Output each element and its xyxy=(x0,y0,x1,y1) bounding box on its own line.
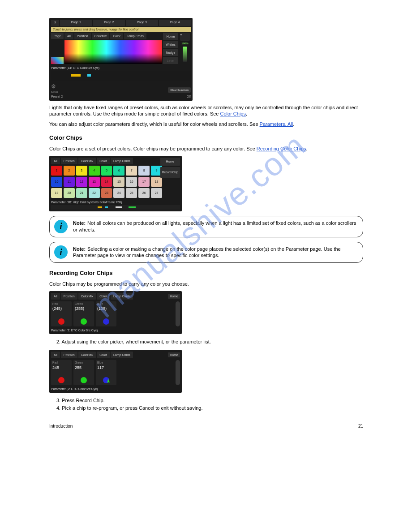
color-dot xyxy=(81,318,87,325)
tab-position[interactable]: Position xyxy=(74,33,91,39)
tab-all[interactable]: All xyxy=(64,33,73,39)
tab-all[interactable]: All xyxy=(51,158,60,164)
level-button[interactable]: Level xyxy=(163,57,178,64)
body-paragraph: Color Chips are a set of preset colors. … xyxy=(49,146,363,152)
page-tab-2[interactable]: Page 2 xyxy=(93,20,125,26)
param-label: Blue xyxy=(97,302,115,306)
body-paragraph: Color Chips may be programmed to carry a… xyxy=(49,281,363,287)
color-chip-5[interactable]: 5 xyxy=(101,166,112,176)
tab-all[interactable]: All xyxy=(51,293,60,300)
help-button[interactable]: ? xyxy=(51,20,59,26)
step-3: 3. Press Record Chip. xyxy=(56,397,363,404)
home-button[interactable]: Home xyxy=(168,352,180,357)
color-chip-6[interactable]: 6 xyxy=(113,166,124,176)
color-chip-25[interactable]: 25 xyxy=(126,188,137,198)
recording-color-chips-link[interactable]: Recording Color Chips xyxy=(257,146,306,151)
page-tab-4[interactable]: Page 4 xyxy=(159,20,191,26)
nudge-button[interactable]: Nudge xyxy=(163,49,178,56)
param-label: Green xyxy=(75,361,93,365)
whites-button[interactable]: Whites xyxy=(163,41,178,48)
target-icon[interactable]: ⌖ xyxy=(180,33,190,41)
tab-position[interactable]: Position xyxy=(61,352,77,358)
tab-color[interactable]: Color xyxy=(110,33,123,39)
record-chip-button[interactable]: Record Chip xyxy=(160,167,180,178)
tab-colormix[interactable]: ColorMix xyxy=(92,33,110,39)
tab-lamp-cmds[interactable]: Lamp Cmds xyxy=(111,352,133,358)
page-tab-1[interactable]: Page 1 xyxy=(60,20,92,26)
page-button[interactable]: Page xyxy=(51,33,64,39)
home-button[interactable]: Home xyxy=(163,33,178,40)
color-spectrum[interactable] xyxy=(64,40,162,64)
channel-track[interactable] xyxy=(51,71,191,81)
scrollbar[interactable] xyxy=(176,301,180,326)
home-button[interactable]: Home xyxy=(168,294,180,299)
scrollbar[interactable] xyxy=(176,360,180,385)
color-chip-15[interactable]: 15 xyxy=(113,177,124,187)
tab-color[interactable]: Color xyxy=(97,352,110,358)
color-chip-1[interactable]: 1 xyxy=(51,166,62,176)
tab-lamp-cmds[interactable]: Lamp Cmds xyxy=(111,293,133,300)
home-button[interactable]: Home xyxy=(160,158,180,166)
level-bar[interactable] xyxy=(183,47,187,62)
tab-lamp-cmds[interactable]: Lamp Cmds xyxy=(124,33,146,39)
color-chip-19[interactable]: 19 xyxy=(51,188,62,198)
color-chip-4[interactable]: 4 xyxy=(89,166,100,176)
gear-icon[interactable]: ⚙ xyxy=(51,83,63,90)
tab-all[interactable]: All xyxy=(51,352,60,358)
color-chip-27[interactable]: 27 xyxy=(151,188,162,198)
info-icon: i xyxy=(54,245,68,259)
color-chip-23[interactable]: 23 xyxy=(101,188,112,198)
param-green[interactable]: Green (255) xyxy=(73,301,94,326)
param-label: Red xyxy=(52,361,70,365)
color-chip-3[interactable]: 3 xyxy=(76,166,87,176)
color-chip-26[interactable]: 26 xyxy=(138,188,150,198)
tab-color[interactable]: Color xyxy=(97,158,110,164)
level-percent: 100% xyxy=(181,42,188,45)
color-chip-14[interactable]: 14 xyxy=(101,177,112,187)
color-chip-21[interactable]: 21 xyxy=(76,188,87,198)
param-label: Green xyxy=(75,302,93,306)
clear-selection-button[interactable]: Clear Selection xyxy=(168,87,191,93)
screenshot-color-chips: All Position ColorMix Color Lamp Cmds Ho… xyxy=(49,156,182,211)
screenshot-parameter-after: All Position ColorMix Color Lamp Cmds Ho… xyxy=(49,350,182,393)
param-blue[interactable]: Blue 117 xyxy=(96,360,116,385)
color-chip-17[interactable]: 17 xyxy=(138,177,150,187)
chip-grid: 1234567891011121314151617181920212223242… xyxy=(51,164,162,199)
param-red[interactable]: Red (245) xyxy=(51,301,72,326)
color-dot xyxy=(58,377,64,383)
param-red[interactable]: Red 245 xyxy=(51,360,72,385)
parameter-label: Parameter (14: ETC ColorSrc Cyc) xyxy=(51,66,191,70)
info-icon: i xyxy=(54,220,68,233)
color-chips-heading: Color Chips xyxy=(49,134,363,142)
color-chip-7[interactable]: 7 xyxy=(126,166,137,176)
tab-colormix[interactable]: ColorMix xyxy=(78,158,96,164)
note-label: Note: xyxy=(73,220,86,226)
param-green[interactable]: Green 255 xyxy=(73,360,94,385)
color-chip-2[interactable]: 2 xyxy=(64,166,75,176)
color-chips-link[interactable]: Color Chips xyxy=(220,111,246,116)
color-chip-16[interactable]: 16 xyxy=(126,177,137,187)
tab-position[interactable]: Position xyxy=(61,158,77,164)
tab-lamp-cmds[interactable]: Lamp Cmds xyxy=(111,158,133,164)
setup-label: Setup xyxy=(51,90,63,94)
color-chip-18[interactable]: 18 xyxy=(151,177,162,187)
body-paragraph: Lights that only have fixed ranges of pr… xyxy=(49,104,363,118)
color-chip-24[interactable]: 24 xyxy=(113,188,124,198)
note-label: Note: xyxy=(73,246,86,252)
color-chip-11[interactable]: 11 xyxy=(64,177,75,187)
tab-colormix[interactable]: ColorMix xyxy=(78,352,96,358)
color-wheel-icon[interactable] xyxy=(51,57,64,64)
color-chip-13[interactable]: 13 xyxy=(89,177,100,187)
tab-color[interactable]: Color xyxy=(97,293,110,300)
color-chip-20[interactable]: 20 xyxy=(64,188,75,198)
color-chip-22[interactable]: 22 xyxy=(89,188,100,198)
param-blue[interactable]: Blue (108) xyxy=(96,301,116,326)
parameters-all-link[interactable]: Parameters, All xyxy=(260,121,293,127)
footer-section: Introduction xyxy=(49,423,73,429)
color-chip-10[interactable]: 10 xyxy=(51,177,62,187)
page-tab-3[interactable]: Page 3 xyxy=(126,20,158,26)
tab-colormix[interactable]: ColorMix xyxy=(78,293,96,300)
color-chip-12[interactable]: 12 xyxy=(76,177,87,187)
color-chip-8[interactable]: 8 xyxy=(138,166,150,176)
tab-position[interactable]: Position xyxy=(61,293,77,300)
